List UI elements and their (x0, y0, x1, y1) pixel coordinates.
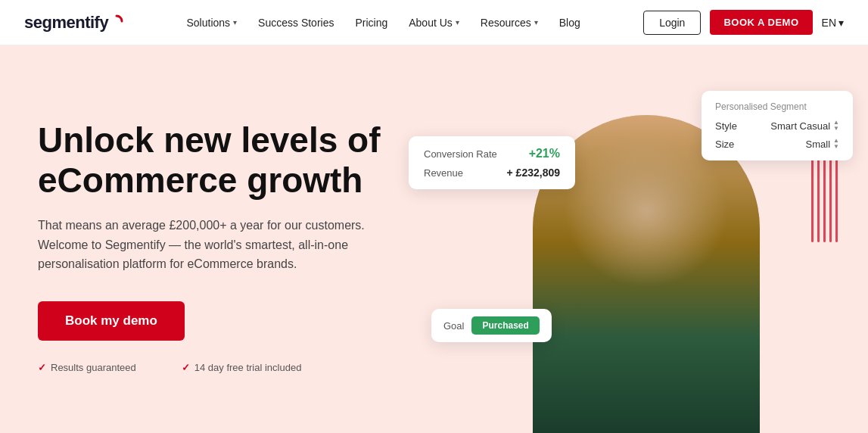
chevron-down-icon: ▾ (534, 18, 538, 26)
segment-size-val: Small ▲▼ (806, 138, 839, 150)
hero-section: Unlock new levels of eCommerce growth Th… (0, 45, 868, 433)
nav-label-resources: Resources (481, 17, 531, 29)
nav-item-pricing[interactable]: Pricing (355, 17, 387, 29)
footer-note-results: Results guaranteed (38, 362, 136, 373)
nav-item-success-stories[interactable]: Success Stories (258, 17, 334, 29)
conversion-value: +21% (529, 147, 560, 160)
segment-row-size: Size Small ▲▼ (715, 138, 839, 150)
nav-item-about-us[interactable]: About Us ▾ (409, 17, 459, 29)
conversion-row-1: Conversion Rate +21% (424, 147, 560, 160)
select-arrows-icon-2: ▲▼ (833, 138, 839, 150)
logo-icon (110, 14, 123, 28)
segment-size-key: Size (715, 139, 734, 150)
revenue-value: + £232,809 (507, 167, 560, 179)
segment-style-key: Style (715, 120, 737, 132)
card-goal: Goal Purchased (431, 309, 552, 342)
language-selector[interactable]: EN ▾ (822, 17, 844, 29)
nav-label-blog: Blog (559, 17, 580, 29)
nav-label-about-us: About Us (409, 17, 453, 29)
nav-item-resources[interactable]: Resources ▾ (481, 17, 538, 29)
hero-title: Unlock new levels of eCommerce growth (38, 120, 386, 201)
revenue-label: Revenue (424, 167, 463, 179)
segment-title: Personalised Segment (715, 101, 839, 112)
segment-style-val: Smart Casual ▲▼ (770, 120, 839, 132)
login-button[interactable]: Login (643, 11, 701, 35)
select-arrows-icon: ▲▼ (833, 120, 839, 132)
nav-item-solutions[interactable]: Solutions ▾ (186, 17, 237, 29)
nav-item-blog[interactable]: Blog (559, 17, 580, 29)
chevron-down-icon: ▾ (456, 18, 459, 26)
red-line-4 (829, 151, 832, 242)
logo[interactable]: segmentify (24, 13, 123, 33)
chevron-down-icon: ▾ (233, 18, 237, 26)
conversion-label: Conversion Rate (424, 148, 497, 160)
nav-links: Solutions ▾ Success Stories Pricing Abou… (186, 17, 580, 29)
nav-label-pricing: Pricing (355, 17, 387, 29)
nav-right: Login BOOK A DEMO EN ▾ (643, 10, 844, 35)
book-demo-hero-button[interactable]: Book my demo (38, 301, 185, 341)
card-conversion: Conversion Rate +21% Revenue + £232,809 (409, 136, 575, 189)
nav-label-solutions: Solutions (186, 17, 230, 29)
card-segment: Personalised Segment Style Smart Casual … (702, 91, 853, 160)
navbar: segmentify Solutions ▾ Success Stories P… (0, 0, 868, 45)
footer-note-trial: 14 day free trial included (182, 362, 302, 373)
conversion-row-2: Revenue + £232,809 (424, 167, 560, 179)
logo-text: segmentify (24, 13, 108, 33)
hero-subtitle: That means an average £200,000+ a year f… (38, 216, 386, 274)
segment-row-style: Style Smart Casual ▲▼ (715, 120, 839, 132)
goal-label: Goal (443, 320, 464, 332)
language-label: EN (822, 17, 836, 29)
hero-footer-notes: Results guaranteed 14 day free trial inc… (38, 362, 386, 373)
chevron-down-icon: ▾ (838, 17, 844, 29)
nav-label-success-stories: Success Stories (258, 17, 334, 29)
book-demo-nav-button[interactable]: BOOK A DEMO (710, 10, 812, 35)
hero-content: Unlock new levels of eCommerce growth Th… (0, 45, 424, 433)
hero-visual: Conversion Rate +21% Revenue + £232,809 … (424, 45, 868, 433)
goal-badge: Purchased (471, 316, 539, 335)
